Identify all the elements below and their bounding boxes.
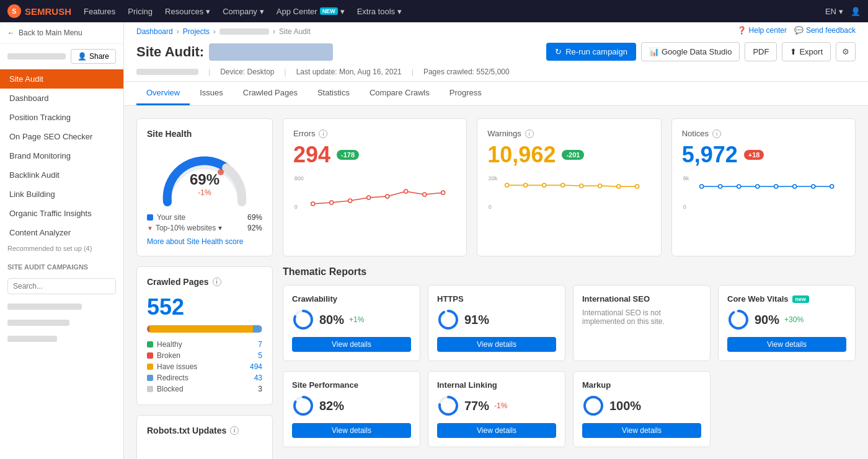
https-view-details-button[interactable]: View details <box>437 337 556 352</box>
nav-lang[interactable]: EN ▾ <box>825 7 843 16</box>
tab-overview[interactable]: Overview <box>136 82 190 105</box>
svg-point-5 <box>348 199 352 203</box>
notices-label: Notices i <box>682 129 845 138</box>
svg-point-19 <box>617 185 621 188</box>
nav-resources[interactable]: Resources ▾ <box>165 7 210 16</box>
nav-extra-tools[interactable]: Extra tools ▾ <box>357 7 402 16</box>
warnings-value: 10,962 <box>487 142 556 168</box>
sidebar-item-label: Backlink Audit <box>9 170 60 180</box>
sidebar-item-position-tracking[interactable]: Position Tracking <box>0 108 123 127</box>
site-performance-title: Site Performance <box>292 380 411 390</box>
google-data-studio-button[interactable]: 📊 Google Data Studio <box>641 42 740 61</box>
crawled-pages-info-icon[interactable]: i <box>213 278 221 286</box>
crawled-pages-value: 552 <box>147 294 262 320</box>
meta-row: | Device: Desktop | Last update: Mon, Au… <box>136 65 856 81</box>
thematic-card-internal-linking: Internal Linking 77% -1% View deta <box>428 371 565 447</box>
tab-compare-crawls[interactable]: Compare Crawls <box>360 82 440 105</box>
pb-issues <box>149 325 252 333</box>
robots-info-icon[interactable]: i <box>230 426 239 435</box>
pdf-button[interactable]: PDF <box>745 42 777 61</box>
crawlability-view-details-button[interactable]: View details <box>292 337 411 352</box>
svg-text:0: 0 <box>489 204 492 210</box>
core-web-vitals-title: Core Web Vitals new <box>727 294 846 304</box>
settings-button[interactable]: ⚙ <box>836 42 856 61</box>
tab-statistics[interactable]: Statistics <box>308 82 360 105</box>
sidebar-item-link-building[interactable]: Link Building <box>0 185 123 204</box>
campaign-item-3[interactable] <box>0 331 123 348</box>
svg-point-42 <box>585 397 602 414</box>
export-button[interactable]: ⬆ Export <box>782 42 831 61</box>
notices-value: 5,972 <box>682 142 738 168</box>
warnings-badge: -201 <box>562 150 584 160</box>
thematic-card-https: HTTPS 91% View details <box>428 285 565 361</box>
crawled-pages-card: Crawled Pages i 552 <box>136 266 273 405</box>
svg-point-20 <box>636 185 639 188</box>
sidebar-item-dashboard[interactable]: Dashboard <box>0 89 123 108</box>
errors-card: Errors i 294 -178 800 0 <box>283 118 467 256</box>
svg-point-6 <box>367 196 371 199</box>
nav-user[interactable]: 👤 <box>851 7 861 16</box>
app-layout: ← Back to Main Menu 👤 Share Site Audit D… <box>0 22 868 459</box>
share-button[interactable]: 👤 Share <box>71 49 116 64</box>
back-to-main-menu[interactable]: ← Back to Main Menu <box>0 22 123 44</box>
thematic-card-crawlability: Crawlability 80% +1% View details <box>283 285 420 361</box>
thematic-grid-row2: Site Performance 82% View details <box>283 371 856 447</box>
nav-app-center[interactable]: App Center NEW ▾ <box>277 7 345 16</box>
errors-value-row: 294 -178 <box>293 142 456 168</box>
sidebar-item-organic-traffic[interactable]: Organic Traffic Insights <box>0 204 123 223</box>
svg-point-8 <box>404 190 408 193</box>
tab-progress[interactable]: Progress <box>440 82 492 105</box>
send-feedback-link[interactable]: 💬 Send feedback <box>794 26 856 35</box>
sidebar-item-label: Content Analyzer <box>9 228 71 237</box>
cwv-pct-row: 90% +30% <box>727 308 846 331</box>
site-performance-view-details-button[interactable]: View details <box>292 423 411 438</box>
rerun-campaign-button[interactable]: ↻ Re-run campaign <box>546 43 636 61</box>
breadcrumb-dashboard[interactable]: Dashboard <box>136 27 173 36</box>
sidebar-item-brand-monitoring[interactable]: Brand Monitoring <box>0 146 123 165</box>
sidebar-item-label: Link Building <box>9 190 55 199</box>
cwv-view-details-button[interactable]: View details <box>727 337 846 352</box>
svg-point-18 <box>598 184 602 188</box>
crawl-legend-healthy: Healthy 7 <box>147 339 262 350</box>
legend-your-site: Your site 69% <box>147 213 262 222</box>
breadcrumb-projects[interactable]: Projects <box>183 27 210 36</box>
notices-sparkline: 8k 0 <box>682 173 845 210</box>
sidebar-search-container <box>7 278 116 294</box>
pb-redirects <box>253 325 262 333</box>
sidebar-item-content-analyzer[interactable]: Content Analyzer <box>0 223 123 242</box>
sidebar-search-input[interactable] <box>7 278 116 294</box>
meta-device: Device: Desktop <box>220 68 274 76</box>
nav-pricing[interactable]: Pricing <box>128 7 153 16</box>
nav-features[interactable]: Features <box>84 7 115 16</box>
help-center-link[interactable]: ❓ Help center <box>737 26 787 35</box>
https-pct-row: 91% <box>437 308 556 331</box>
warnings-card: Warnings i 10,962 -201 20k 0 <box>477 118 661 256</box>
site-performance-donut <box>292 395 314 417</box>
logo[interactable]: S SEMRUSH <box>7 4 71 18</box>
sidebar-item-site-audit[interactable]: Site Audit <box>0 69 123 89</box>
sidebar-item-backlink-audit[interactable]: Backlink Audit <box>0 165 123 185</box>
site-health-title: Site Health <box>147 129 262 139</box>
cwv-pct: 90% <box>755 313 779 327</box>
svg-text:800: 800 <box>294 175 304 181</box>
campaign-item-1[interactable] <box>0 299 123 315</box>
sidebar-item-label: Brand Monitoring <box>9 151 71 160</box>
warnings-info-icon[interactable]: i <box>525 129 534 138</box>
sidebar-item-on-page-seo[interactable]: On Page SEO Checker <box>0 127 123 146</box>
tab-issues[interactable]: Issues <box>190 82 233 105</box>
tab-crawled-pages[interactable]: Crawled Pages <box>233 82 308 105</box>
sidebar: ← Back to Main Menu 👤 Share Site Audit D… <box>0 22 124 459</box>
crawlability-pct: 80% <box>319 313 344 327</box>
campaign-item-2[interactable] <box>0 315 123 331</box>
notices-info-icon[interactable]: i <box>712 129 721 138</box>
thematic-grid-empty <box>718 371 856 447</box>
nav-company[interactable]: Company ▾ <box>223 7 264 16</box>
thematic-reports-title: Thematic Reports <box>283 266 856 278</box>
errors-info-icon[interactable]: i <box>319 129 327 138</box>
header-links: ❓ Help center 💬 Send feedback <box>737 26 856 35</box>
thematic-card-markup: Markup 100% View details <box>573 371 711 447</box>
thematic-card-international-seo: International SEO International SEO is n… <box>573 285 711 361</box>
internal-linking-view-details-button[interactable]: View details <box>437 423 556 438</box>
more-about-site-health-link[interactable]: More about Site Health score <box>147 237 262 246</box>
markup-view-details-button[interactable]: View details <box>582 423 701 438</box>
